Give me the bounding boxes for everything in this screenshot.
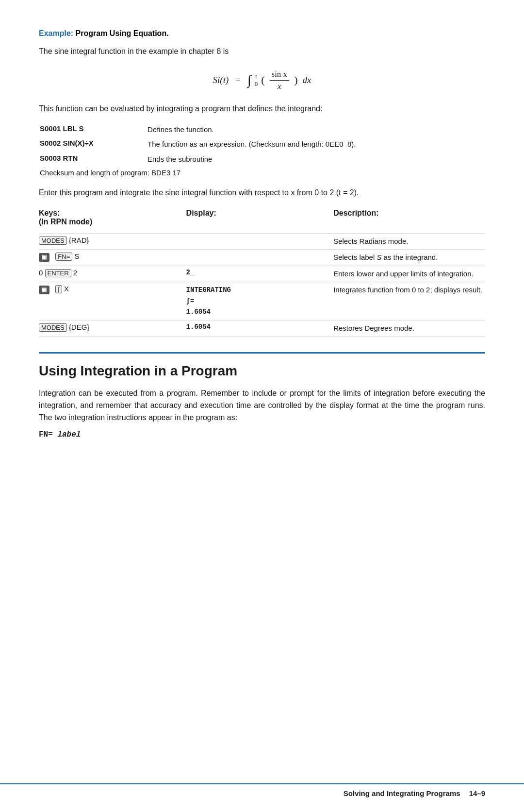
table-row-1: MODES {RAD} Selects Radians mode. bbox=[39, 233, 485, 250]
col-header-keys-label: Keys: bbox=[39, 209, 186, 218]
fn-label: FN= label bbox=[39, 430, 485, 439]
s-text: S bbox=[74, 252, 79, 260]
formula-paren-open: ( bbox=[261, 74, 264, 86]
footer-page: 14–9 bbox=[469, 789, 485, 797]
enter-btn: ENTER bbox=[45, 269, 71, 277]
section-body: Integration can be executed from a progr… bbox=[39, 388, 485, 423]
formula-denominator: x bbox=[276, 81, 283, 91]
formula-fraction: sin x x bbox=[270, 69, 290, 91]
table-row-2: ▣ FN= S Selects label S as the integrand… bbox=[39, 249, 485, 266]
code-cell-1: S0001 LBL S bbox=[40, 123, 147, 137]
integral-lower: 0 bbox=[255, 80, 258, 88]
table-header-row: Keys: (In RPN mode) Display: Description… bbox=[39, 209, 485, 229]
desc-cell-r2: Selects label S as the integrand. bbox=[333, 252, 485, 263]
checksum-row: Checksum and length of program: BDE3 17 bbox=[40, 167, 484, 178]
enter-text: Enter this program and integrate the sin… bbox=[39, 187, 485, 199]
shift-btn-1: ▣ bbox=[39, 253, 49, 262]
function-text: This function can be evaluated by integr… bbox=[39, 103, 485, 115]
intro-text: The sine integral function in the exampl… bbox=[39, 46, 485, 58]
desc-cell-2: The function as an expression. (Checksum… bbox=[147, 137, 484, 152]
example-label: Example: bbox=[39, 29, 73, 37]
formula-numerator: sin x bbox=[270, 69, 290, 81]
rad-text: {RAD} bbox=[69, 236, 89, 244]
code-row-1: S0001 LBL S Defines the function. bbox=[40, 123, 484, 137]
col-header-keys-sub: (In RPN mode) bbox=[39, 218, 186, 226]
integral-symbol: ∫ bbox=[247, 73, 251, 87]
formula-paren-close: ) bbox=[294, 74, 297, 86]
table-row-4: ▣ ∫ X INTEGRATING∫=1.6054 Integrates fun… bbox=[39, 282, 485, 320]
checksum-text: Checksum and length of program: BDE3 17 bbox=[40, 167, 484, 178]
table-row-3: 0 ENTER 2 2_ Enters lower and upper limi… bbox=[39, 266, 485, 282]
keys-cell-5: MODES {DEG} bbox=[39, 323, 186, 332]
section-divider bbox=[39, 352, 485, 354]
formula-block: Si(t) = ∫ t 0 ( sin x x ) dx bbox=[39, 69, 485, 91]
col-header-description: Description: bbox=[333, 209, 481, 226]
keys-cell-4: ▣ ∫ X bbox=[39, 285, 186, 294]
display-cell-5: 1.6054 bbox=[186, 323, 334, 331]
integral-upper: t bbox=[255, 72, 258, 80]
formula-equals: = bbox=[235, 75, 241, 85]
fn-italic: label bbox=[57, 430, 81, 439]
desc-cell-r1: Selects Radians mode. bbox=[333, 236, 485, 247]
col-header-keys: Keys: (In RPN mode) bbox=[39, 209, 186, 226]
integral-btn: ∫ bbox=[55, 285, 62, 293]
col-header-display: Display: bbox=[186, 209, 334, 226]
formula-dx: dx bbox=[302, 75, 311, 85]
modes-btn-1: MODES bbox=[39, 237, 67, 245]
fn-btn: FN= bbox=[55, 253, 72, 261]
x-text: X bbox=[64, 285, 69, 293]
display-cell-3: 2_ bbox=[186, 269, 334, 276]
desc-cell-1: Defines the function. bbox=[147, 123, 484, 137]
keys-table-section: Keys: (In RPN mode) Display: Description… bbox=[39, 209, 485, 337]
code-row-2: S0002 SIN(X)÷X The function as an expres… bbox=[40, 137, 484, 152]
keys-cell-2: ▣ FN= S bbox=[39, 252, 186, 262]
desc-cell-r4: Integrates function from 0 to 2; display… bbox=[333, 285, 485, 296]
keys-cell-1: MODES {RAD} bbox=[39, 236, 186, 245]
footer-text: Solving and Integrating Programs bbox=[344, 789, 460, 797]
page-footer: Solving and Integrating Programs 14–9 bbox=[0, 783, 524, 797]
section-title: Using Integration in a Program bbox=[39, 363, 485, 379]
code-row-3: S0003 RTN Ends the subroutine bbox=[40, 152, 484, 167]
deg-text: {DEG} bbox=[69, 323, 90, 331]
keys-cell-3: 0 ENTER 2 bbox=[39, 269, 186, 277]
two-text: 2 bbox=[73, 269, 77, 277]
desc-cell-r3: Enters lower and upper limits of integra… bbox=[333, 269, 485, 280]
zero-text: 0 bbox=[39, 269, 45, 277]
modes-btn-2: MODES bbox=[39, 323, 67, 332]
code-table: S0001 LBL S Defines the function. S0002 … bbox=[39, 122, 485, 180]
desc-cell-3: Ends the subroutine bbox=[147, 152, 484, 167]
example-heading: Example: Program Using Equation. bbox=[39, 29, 485, 38]
display-cell-4: INTEGRATING∫=1.6054 bbox=[186, 285, 334, 317]
shift-btn-2: ▣ bbox=[39, 286, 49, 294]
code-cell-3: S0003 RTN bbox=[40, 152, 147, 167]
code-cell-2: S0002 SIN(X)÷X bbox=[40, 137, 147, 152]
desc-cell-r5: Restores Degrees mode. bbox=[333, 323, 485, 334]
formula-lhs: Si(t) bbox=[213, 75, 229, 85]
example-title: Program Using Equation. bbox=[73, 29, 168, 37]
table-row-5: MODES {DEG} 1.6054 Restores Degrees mode… bbox=[39, 320, 485, 337]
